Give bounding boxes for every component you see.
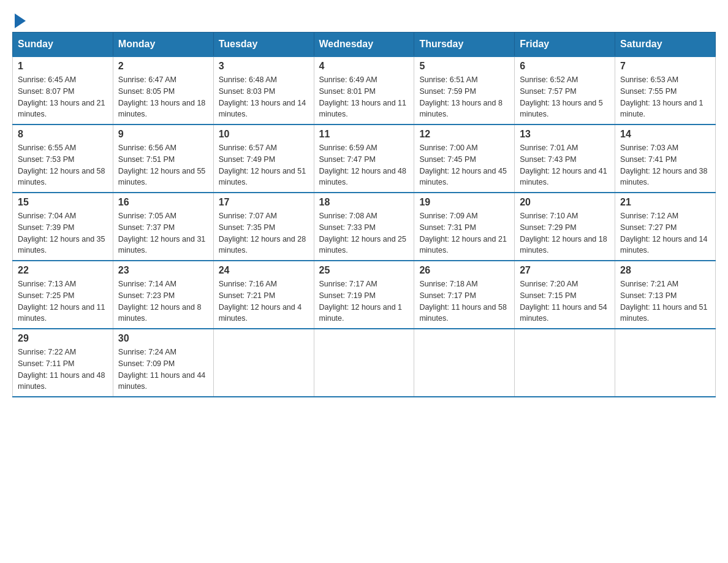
calendar-cell: 7Sunrise: 6:53 AMSunset: 7:55 PMDaylight… (615, 56, 716, 124)
calendar-cell: 24Sunrise: 7:16 AMSunset: 7:21 PMDayligh… (213, 261, 314, 329)
day-number: 21 (620, 197, 710, 208)
day-info: Sunrise: 7:01 AMSunset: 7:43 PMDaylight:… (520, 142, 610, 188)
day-number: 12 (419, 129, 509, 140)
calendar-cell: 29Sunrise: 7:22 AMSunset: 7:11 PMDayligh… (13, 329, 113, 397)
day-info: Sunrise: 7:13 AMSunset: 7:25 PMDaylight:… (18, 278, 108, 324)
day-info: Sunrise: 6:47 AMSunset: 8:05 PMDaylight:… (118, 74, 208, 120)
calendar-cell: 11Sunrise: 6:59 AMSunset: 7:47 PMDayligh… (314, 124, 414, 193)
calendar-cell: 18Sunrise: 7:08 AMSunset: 7:33 PMDayligh… (314, 193, 414, 261)
calendar-week-row: 22Sunrise: 7:13 AMSunset: 7:25 PMDayligh… (13, 261, 716, 329)
calendar-cell: 25Sunrise: 7:17 AMSunset: 7:19 PMDayligh… (314, 261, 414, 329)
calendar-cell (515, 329, 615, 397)
calendar-cell: 4Sunrise: 6:49 AMSunset: 8:01 PMDaylight… (314, 56, 414, 124)
calendar-week-row: 15Sunrise: 7:04 AMSunset: 7:39 PMDayligh… (13, 193, 716, 261)
day-number: 17 (219, 197, 309, 208)
calendar-cell: 8Sunrise: 6:55 AMSunset: 7:53 PMDaylight… (13, 124, 113, 193)
day-number: 13 (520, 129, 610, 140)
day-number: 7 (620, 61, 710, 72)
day-info: Sunrise: 7:10 AMSunset: 7:29 PMDaylight:… (520, 210, 610, 256)
day-info: Sunrise: 7:14 AMSunset: 7:23 PMDaylight:… (118, 278, 208, 324)
header-friday: Friday (515, 33, 615, 57)
day-info: Sunrise: 6:57 AMSunset: 7:49 PMDaylight:… (219, 142, 309, 188)
calendar-cell: 10Sunrise: 6:57 AMSunset: 7:49 PMDayligh… (213, 124, 314, 193)
day-info: Sunrise: 6:52 AMSunset: 7:57 PMDaylight:… (520, 74, 610, 120)
calendar-cell: 15Sunrise: 7:04 AMSunset: 7:39 PMDayligh… (13, 193, 113, 261)
header-saturday: Saturday (615, 33, 716, 57)
calendar-table: Sunday Monday Tuesday Wednesday Thursday… (12, 32, 716, 397)
day-number: 4 (319, 61, 409, 72)
day-info: Sunrise: 7:21 AMSunset: 7:13 PMDaylight:… (620, 278, 710, 324)
day-number: 28 (620, 265, 710, 276)
logo (12, 12, 26, 26)
day-number: 23 (118, 265, 208, 276)
day-info: Sunrise: 6:56 AMSunset: 7:51 PMDaylight:… (118, 142, 208, 188)
day-number: 29 (18, 333, 108, 344)
day-number: 9 (118, 129, 208, 140)
calendar-cell: 14Sunrise: 7:03 AMSunset: 7:41 PMDayligh… (615, 124, 716, 193)
calendar-cell: 5Sunrise: 6:51 AMSunset: 7:59 PMDaylight… (414, 56, 515, 124)
day-info: Sunrise: 7:22 AMSunset: 7:11 PMDaylight:… (18, 347, 108, 393)
day-number: 3 (219, 61, 309, 72)
calendar-cell: 19Sunrise: 7:09 AMSunset: 7:31 PMDayligh… (414, 193, 515, 261)
calendar-cell: 1Sunrise: 6:45 AMSunset: 8:07 PMDaylight… (13, 56, 113, 124)
day-info: Sunrise: 7:09 AMSunset: 7:31 PMDaylight:… (419, 210, 509, 256)
header-monday: Monday (113, 33, 213, 57)
day-info: Sunrise: 7:20 AMSunset: 7:15 PMDaylight:… (520, 278, 610, 324)
day-info: Sunrise: 7:16 AMSunset: 7:21 PMDaylight:… (219, 278, 309, 324)
day-number: 24 (219, 265, 309, 276)
day-info: Sunrise: 7:00 AMSunset: 7:45 PMDaylight:… (419, 142, 509, 188)
day-number: 20 (520, 197, 610, 208)
header-sunday: Sunday (13, 33, 113, 57)
calendar-cell: 16Sunrise: 7:05 AMSunset: 7:37 PMDayligh… (113, 193, 213, 261)
calendar-cell (314, 329, 414, 397)
calendar-cell: 12Sunrise: 7:00 AMSunset: 7:45 PMDayligh… (414, 124, 515, 193)
day-info: Sunrise: 7:18 AMSunset: 7:17 PMDaylight:… (419, 278, 509, 324)
calendar-cell (414, 329, 515, 397)
day-info: Sunrise: 6:53 AMSunset: 7:55 PMDaylight:… (620, 74, 710, 120)
calendar-cell: 20Sunrise: 7:10 AMSunset: 7:29 PMDayligh… (515, 193, 615, 261)
day-number: 11 (319, 129, 409, 140)
weekday-header-row: Sunday Monday Tuesday Wednesday Thursday… (13, 33, 716, 57)
calendar-cell: 26Sunrise: 7:18 AMSunset: 7:17 PMDayligh… (414, 261, 515, 329)
day-number: 6 (520, 61, 610, 72)
calendar-cell: 30Sunrise: 7:24 AMSunset: 7:09 PMDayligh… (113, 329, 213, 397)
calendar-cell (213, 329, 314, 397)
calendar-week-row: 8Sunrise: 6:55 AMSunset: 7:53 PMDaylight… (13, 124, 716, 193)
header-wednesday: Wednesday (314, 33, 414, 57)
day-number: 10 (219, 129, 309, 140)
day-info: Sunrise: 6:48 AMSunset: 8:03 PMDaylight:… (219, 74, 309, 120)
calendar-cell: 17Sunrise: 7:07 AMSunset: 7:35 PMDayligh… (213, 193, 314, 261)
day-info: Sunrise: 7:24 AMSunset: 7:09 PMDaylight:… (118, 347, 208, 393)
day-number: 16 (118, 197, 208, 208)
day-number: 27 (520, 265, 610, 276)
header-tuesday: Tuesday (213, 33, 314, 57)
day-info: Sunrise: 6:49 AMSunset: 8:01 PMDaylight:… (319, 74, 409, 120)
day-number: 14 (620, 129, 710, 140)
page-header (12, 12, 716, 26)
calendar-week-row: 29Sunrise: 7:22 AMSunset: 7:11 PMDayligh… (13, 329, 716, 397)
calendar-cell: 22Sunrise: 7:13 AMSunset: 7:25 PMDayligh… (13, 261, 113, 329)
day-info: Sunrise: 6:51 AMSunset: 7:59 PMDaylight:… (419, 74, 509, 120)
calendar-cell: 2Sunrise: 6:47 AMSunset: 8:05 PMDaylight… (113, 56, 213, 124)
calendar-cell (615, 329, 716, 397)
calendar-cell: 21Sunrise: 7:12 AMSunset: 7:27 PMDayligh… (615, 193, 716, 261)
day-number: 19 (419, 197, 509, 208)
day-number: 30 (118, 333, 208, 344)
day-number: 8 (18, 129, 108, 140)
day-number: 1 (18, 61, 108, 72)
calendar-cell: 23Sunrise: 7:14 AMSunset: 7:23 PMDayligh… (113, 261, 213, 329)
day-number: 22 (18, 265, 108, 276)
day-number: 5 (419, 61, 509, 72)
day-number: 15 (18, 197, 108, 208)
calendar-cell: 13Sunrise: 7:01 AMSunset: 7:43 PMDayligh… (515, 124, 615, 193)
calendar-week-row: 1Sunrise: 6:45 AMSunset: 8:07 PMDaylight… (13, 56, 716, 124)
day-info: Sunrise: 7:04 AMSunset: 7:39 PMDaylight:… (18, 210, 108, 256)
day-number: 18 (319, 197, 409, 208)
day-info: Sunrise: 7:08 AMSunset: 7:33 PMDaylight:… (319, 210, 409, 256)
day-info: Sunrise: 7:07 AMSunset: 7:35 PMDaylight:… (219, 210, 309, 256)
calendar-cell: 3Sunrise: 6:48 AMSunset: 8:03 PMDaylight… (213, 56, 314, 124)
header-thursday: Thursday (414, 33, 515, 57)
day-info: Sunrise: 7:12 AMSunset: 7:27 PMDaylight:… (620, 210, 710, 256)
calendar-cell: 6Sunrise: 6:52 AMSunset: 7:57 PMDaylight… (515, 56, 615, 124)
day-info: Sunrise: 6:59 AMSunset: 7:47 PMDaylight:… (319, 142, 409, 188)
